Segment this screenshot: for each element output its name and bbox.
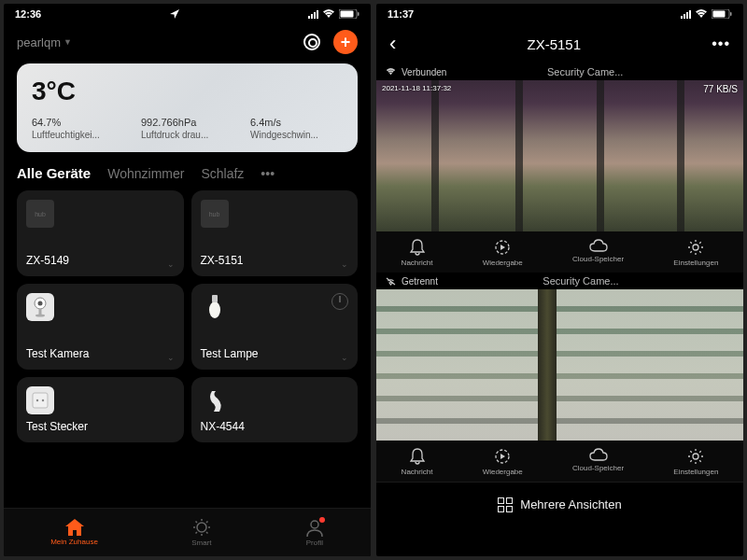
device-label: Test Stecker [26,420,175,433]
device-tile[interactable]: hub ZX-5149 ⌄ [17,190,184,276]
nav-smart[interactable]: Smart [191,518,211,547]
svg-point-6 [35,315,45,317]
signal-icon [681,10,691,19]
phone-left-home: 12:36 pearlqm ▼ + 3°C 64.7% L [4,4,371,556]
multi-view-label: Mehrere Ansichten [520,497,621,511]
camera-actions: Nachricht Wiedergabe Cloud-Speicher Eins… [376,231,743,273]
cloud-icon [589,239,608,252]
home-name-label: pearlqm [17,35,61,49]
svg-rect-5 [39,309,42,315]
phone-right-camera: 11:37 ‹ ZX-5151 ••• Verbunden Security C… [376,4,743,556]
tabs-more-icon[interactable]: ••• [261,166,275,181]
svg-point-11 [42,399,44,401]
nav-label: Profil [306,539,323,547]
back-button[interactable]: ‹ [389,32,396,56]
weather-humidity: 64.7% Luftfeuchtigkei... [32,116,124,141]
power-icon[interactable] [331,293,348,310]
action-label: Wiedergabe [483,259,523,267]
gear-icon [687,448,704,465]
device-tile[interactable]: Test Kamera ⌄ [17,284,184,370]
device-tile[interactable]: Test Stecker [17,377,184,442]
svg-rect-15 [713,11,726,18]
svg-rect-16 [730,12,732,16]
multi-view-button[interactable]: Mehrere Ansichten [376,482,743,526]
camera-block-1: Verbunden Security Came... 2021-11-18 11… [376,63,743,273]
action-settings[interactable]: Einstellungen [673,448,718,476]
camera-name: Security Came... [452,66,718,77]
action-playback[interactable]: Wiedergabe [483,239,523,267]
device-tile[interactable]: hub ZX-5151 ⌄ [191,190,359,276]
camera-name: Security Came... [444,275,718,287]
action-label: Nachricht [402,259,433,267]
svg-point-18 [693,245,698,250]
bottom-nav: Mein Zuhause Smart Profil [4,508,371,556]
connection-label: Verbunden [402,67,446,77]
add-device-button[interactable]: + [333,30,358,54]
tab-schlafzimmer[interactable]: Schlafz [201,166,244,181]
status-right [308,9,359,19]
feed-timestamp: 2021-11-18 11:37:32 [382,84,451,92]
svg-point-4 [38,301,43,306]
smart-icon [192,518,211,537]
nav-home[interactable]: Mein Zuhause [50,519,98,546]
app-header: pearlqm ▼ + [4,24,371,63]
grid-icon [498,497,513,512]
device-label: ZX-5151 [201,254,349,267]
action-label: Cloud-Speicher [572,464,624,472]
sensor-icon [201,386,229,414]
gateway-icon: hub [201,200,229,228]
status-time: 12:36 [15,8,41,20]
action-label: Einstellungen [673,259,718,267]
tab-wohnzimmer[interactable]: Wohnzimmer [107,166,184,181]
action-playback[interactable]: Wiedergabe [483,448,523,476]
gateway-icon: hub [26,200,54,228]
svg-rect-9 [33,393,48,408]
action-label: Cloud-Speicher [572,255,624,263]
location-icon [170,9,179,19]
device-grid: hub ZX-5149 ⌄ hub ZX-5151 ⌄ Test Kamera … [4,190,371,508]
home-icon [65,519,84,536]
action-message[interactable]: Nachricht [402,239,433,267]
camera-feed[interactable] [376,289,743,441]
feed-bitrate: 77 KB/S [703,84,738,94]
room-tabs: Alle Geräte Wohnzimmer Schlafz ••• [4,165,371,190]
chevron-down-icon: ▼ [63,37,72,47]
device-label: Test Lampe [201,347,349,360]
disconnected-icon [386,277,396,286]
device-tile[interactable]: NX-4544 [191,377,359,442]
wifi-small-icon [386,68,396,76]
wifi-icon [695,9,708,19]
device-label: Test Kamera [26,347,175,360]
chevron-down-icon: ⌄ [167,353,175,362]
nav-profile[interactable]: Profil [305,518,324,547]
profile-icon [305,518,324,537]
home-selector[interactable]: pearlqm ▼ [17,35,72,49]
svg-point-20 [693,454,698,459]
action-cloud[interactable]: Cloud-Speicher [572,239,624,267]
camera-header: ‹ ZX-5151 ••• [376,24,743,63]
chevron-down-icon: ⌄ [341,353,348,362]
weather-card[interactable]: 3°C 64.7% Luftfeuchtigkei... 992.766hPa … [17,63,358,152]
playback-icon [494,239,511,256]
nav-label: Smart [191,539,211,547]
device-tile[interactable]: Test Lampe ⌄ [191,284,359,370]
battery-icon [712,9,732,19]
weather-pressure: 992.766hPa Luftdruck drau... [141,116,233,141]
svg-point-10 [36,399,38,401]
more-button[interactable]: ••• [712,35,730,52]
action-message[interactable]: Nachricht [402,448,433,476]
action-settings[interactable]: Einstellungen [673,239,718,267]
status-bar: 12:36 [4,4,371,24]
action-cloud[interactable]: Cloud-Speicher [572,448,624,476]
svg-rect-8 [212,295,218,302]
page-title: ZX-5151 [527,36,581,52]
nav-label: Mein Zuhause [50,538,98,546]
scan-icon[interactable] [303,34,320,50]
camera-status-row: Getrennt Security Came... [376,273,743,289]
chevron-down-icon: ⌄ [341,259,348,269]
chevron-down-icon: ⌄ [167,259,175,269]
svg-point-7 [209,301,220,318]
plug-icon [26,386,54,414]
camera-feed[interactable]: 2021-11-18 11:37:32 77 KB/S [376,80,743,231]
tab-all-devices[interactable]: Alle Geräte [17,165,91,181]
